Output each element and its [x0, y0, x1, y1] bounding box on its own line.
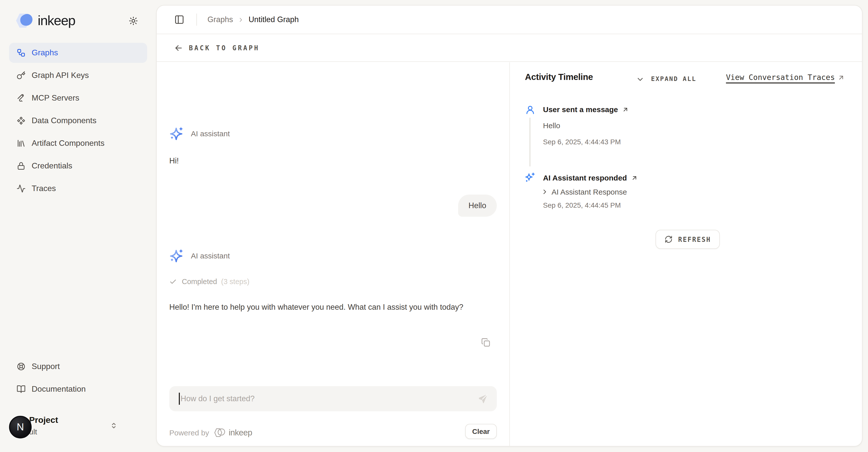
sidebar-item-label: Traces — [32, 184, 56, 193]
chevron-right-icon — [541, 188, 549, 196]
sparkles-avatar-icon — [169, 126, 184, 141]
timeline-event-body: Hello — [543, 121, 560, 130]
view-conversation-traces-link[interactable]: View Conversation Traces — [726, 73, 845, 82]
arrow-left-icon — [174, 43, 183, 53]
sidebar-item-label: Graphs — [32, 48, 58, 57]
back-to-graph-label: BACK TO GRAPH — [189, 44, 260, 52]
sidebar-item-label: Documentation — [32, 385, 86, 394]
sidebar-item-documentation[interactable]: Documentation — [9, 379, 147, 399]
refresh-button[interactable]: REFRESH — [655, 230, 720, 249]
sidebar-footer-nav: Support Documentation — [9, 357, 147, 402]
powered-by-prefix: Powered by — [169, 428, 209, 437]
assistant-message-header: AI assistant — [169, 126, 230, 141]
chevron-down-icon[interactable] — [636, 75, 645, 83]
event-title-text: User sent a message — [543, 105, 618, 114]
breadcrumb-graphs[interactable]: Graphs — [208, 15, 233, 24]
sidebar-toggle-button[interactable] — [173, 13, 185, 26]
status-label: Completed — [182, 278, 217, 286]
assistant-response-expander[interactable]: AI Assistant Response — [541, 188, 627, 196]
activity-timeline-panel: Activity Timeline EXPAND ALL View Conver… — [510, 62, 862, 446]
breadcrumb-current-page: Untitled Graph — [249, 15, 299, 24]
completion-status[interactable]: Completed (3 steps) — [169, 278, 249, 286]
sidebar-item-mcp-servers[interactable]: MCP Servers — [9, 88, 147, 108]
copy-icon — [481, 338, 490, 347]
sidebar-item-graph-api-keys[interactable]: Graph API Keys — [9, 65, 147, 85]
life-buoy-icon — [17, 362, 26, 371]
sidebar-item-label: Support — [32, 362, 60, 371]
status-steps: (3 steps) — [221, 278, 249, 286]
brand-wordmark: inkeep — [38, 13, 75, 28]
brand-logo[interactable]: inkeep — [14, 12, 75, 29]
sidebar-item-traces[interactable]: Traces — [9, 178, 147, 199]
user-message-bubble: Hello — [458, 195, 497, 217]
assistant-message: Hello! I'm here to help you with whateve… — [169, 301, 477, 314]
assistant-message-header: AI assistant — [169, 248, 230, 263]
sun-icon — [128, 16, 138, 25]
key-icon — [17, 71, 26, 80]
theme-toggle-button[interactable] — [127, 14, 140, 27]
panel-title: Activity Timeline — [525, 72, 593, 82]
card-header: Graphs Untitled Graph — [157, 5, 862, 34]
sidebar-item-label: Artifact Components — [32, 139, 104, 148]
chat-input[interactable] — [181, 394, 477, 403]
powered-by[interactable]: Powered by inkeep — [169, 427, 252, 438]
powered-by-brand: inkeep — [228, 428, 252, 437]
back-to-graph-button[interactable]: BACK TO GRAPH — [157, 35, 862, 62]
sidebar: inkeep Graphs — [0, 0, 156, 452]
card-content: AI assistant Hi! Hello — [157, 62, 862, 446]
refresh-icon — [664, 235, 673, 243]
copy-button[interactable] — [480, 337, 491, 348]
project-switcher[interactable]: N Project ult — [9, 413, 150, 442]
timeline-event-title[interactable]: User sent a message — [543, 105, 629, 114]
sidebar-item-graphs[interactable]: Graphs — [9, 43, 147, 63]
app: inkeep Graphs — [0, 0, 868, 452]
component-icon — [17, 116, 26, 125]
breadcrumb: Graphs Untitled Graph — [208, 15, 299, 24]
user-icon — [525, 105, 535, 115]
assistant-message: Hi! — [169, 154, 179, 167]
sidebar-item-label: Data Components — [32, 116, 96, 125]
clear-button[interactable]: Clear — [465, 424, 497, 439]
sidebar-item-data-components[interactable]: Data Components — [9, 111, 147, 131]
event-title-text: AI Assistant responded — [543, 173, 627, 182]
project-name: Project — [29, 414, 58, 426]
sparkles-icon — [524, 172, 535, 183]
expander-label: AI Assistant Response — [552, 188, 627, 196]
send-icon[interactable] — [477, 393, 488, 404]
chat-playground: AI assistant Hi! Hello — [157, 62, 510, 446]
text-caret — [179, 393, 180, 405]
sidebar-item-label: Credentials — [32, 161, 72, 170]
refresh-button-label: REFRESH — [678, 235, 711, 243]
avatar-letter: N — [17, 421, 24, 433]
timeline-connector — [529, 118, 530, 166]
project-texts: Project ult — [29, 414, 58, 437]
timeline-event-timestamp: Sep 6, 2025, 4:44:43 PM — [543, 138, 621, 146]
sidebar-nav: Graphs Graph API Keys MC — [9, 43, 147, 201]
assistant-label: AI assistant — [191, 251, 230, 260]
clear-button-label: Clear — [472, 427, 490, 435]
book-open-icon — [17, 385, 26, 394]
mcp-icon — [17, 93, 26, 103]
inkeep-logo-icon — [14, 12, 34, 29]
arrow-up-right-icon — [837, 74, 845, 81]
lock-icon — [17, 161, 26, 170]
inkeep-outline-logo-icon — [214, 427, 225, 438]
timeline-event-timestamp: Sep 6, 2025, 4:44:45 PM — [543, 201, 621, 209]
sidebar-item-credentials[interactable]: Credentials — [9, 156, 147, 176]
expand-all-button[interactable]: EXPAND ALL — [651, 75, 696, 82]
check-icon — [169, 278, 177, 285]
main-card: Graphs Untitled Graph BACK TO GRAPH — [156, 5, 863, 447]
header-divider — [196, 13, 197, 26]
sparkles-avatar-icon — [169, 248, 184, 263]
activity-icon — [17, 184, 26, 193]
project-subtitle: ult — [29, 426, 58, 437]
sidebar-item-artifact-components[interactable]: Artifact Components — [9, 133, 147, 153]
panel-left-icon — [174, 15, 184, 25]
arrow-up-right-icon — [631, 174, 638, 181]
view-traces-label: View Conversation Traces — [726, 73, 835, 82]
timeline-event-title[interactable]: AI Assistant responded — [543, 173, 638, 182]
sidebar-item-support[interactable]: Support — [9, 357, 147, 376]
chevron-right-icon — [238, 16, 244, 23]
sidebar-item-label: Graph API Keys — [32, 71, 89, 80]
workflow-icon — [17, 48, 26, 57]
